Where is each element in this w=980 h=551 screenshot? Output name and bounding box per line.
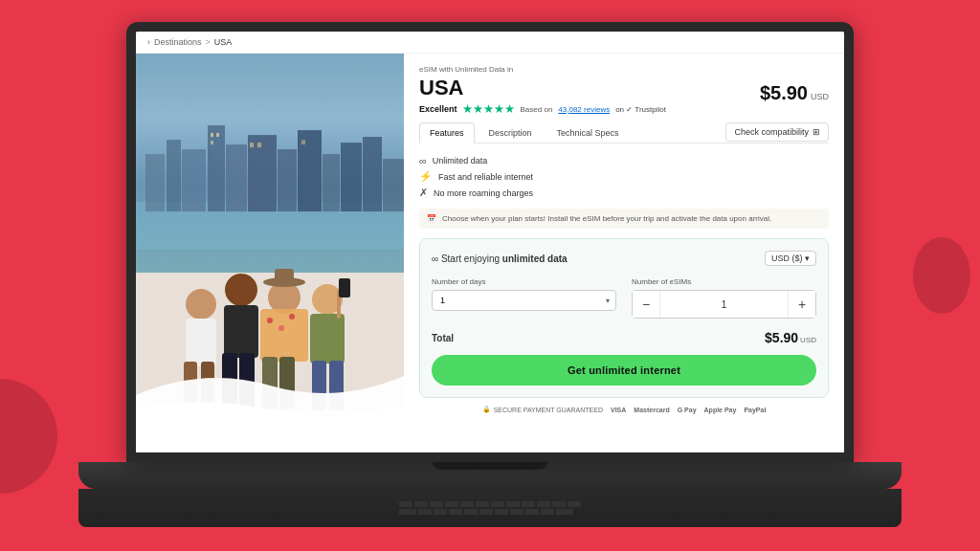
feature-icon-0: ∞ bbox=[419, 155, 427, 166]
pricing-title-prefix: Start enjoying bbox=[441, 253, 502, 264]
breadcrumb-sep: > bbox=[206, 37, 211, 47]
total-amount: $5.90 bbox=[765, 330, 798, 345]
payment-visa: VISA bbox=[611, 407, 626, 413]
reviews-text: Based on bbox=[521, 105, 553, 114]
esims-label: Number of eSIMs bbox=[632, 277, 816, 286]
days-input[interactable]: 1 3 7 14 30 ▾ bbox=[432, 290, 616, 311]
laptop-screen: › Destinations > USA bbox=[126, 22, 854, 462]
svg-rect-30 bbox=[275, 269, 294, 284]
key bbox=[491, 501, 504, 507]
key bbox=[399, 509, 416, 515]
key bbox=[568, 501, 581, 507]
bg-decoration-right bbox=[913, 237, 970, 314]
key bbox=[449, 509, 462, 515]
key bbox=[464, 509, 478, 515]
feature-text-1: Fast and reliable internet bbox=[438, 172, 533, 182]
image-section bbox=[136, 54, 404, 452]
svg-point-20 bbox=[186, 289, 216, 320]
esims-increment-button[interactable]: + bbox=[789, 291, 815, 318]
key bbox=[541, 509, 554, 515]
key bbox=[476, 501, 489, 507]
rating-row: Excellent Based on 43,082 reviews on ✓ T… bbox=[419, 104, 829, 114]
info-text: Choose when your plan starts! Install th… bbox=[442, 214, 771, 223]
svg-point-34 bbox=[289, 314, 295, 320]
right-content: eSIM with Unlimited Data in USA Excellen… bbox=[404, 54, 844, 452]
check-compat-label: Check compatibility bbox=[734, 127, 809, 137]
key bbox=[510, 509, 523, 515]
key bbox=[495, 509, 508, 515]
keyboard-rows bbox=[399, 501, 581, 515]
pricing-card: ∞ Start enjoying unlimited data USD ($) … bbox=[419, 238, 829, 398]
pricing-controls: Number of days 1 3 7 14 30 bbox=[432, 277, 816, 319]
total-price: $5.90 USD bbox=[765, 330, 816, 345]
svg-point-32 bbox=[267, 318, 273, 323]
key bbox=[399, 501, 412, 507]
lock-icon: 🔒 bbox=[482, 406, 491, 413]
screen-content: › Destinations > USA bbox=[136, 32, 844, 452]
breadcrumb-current: USA bbox=[214, 37, 233, 47]
keyboard-area bbox=[78, 489, 902, 527]
keyboard-row-2 bbox=[399, 509, 581, 515]
key bbox=[552, 501, 566, 507]
price-value: $5.90 bbox=[760, 82, 808, 104]
esims-decrement-button[interactable]: − bbox=[633, 291, 659, 318]
laptop-wrapper: › Destinations > USA bbox=[78, 22, 902, 529]
feature-icon-2: ✗ bbox=[419, 187, 428, 199]
breadcrumb-destinations[interactable]: Destinations bbox=[154, 37, 202, 47]
svg-rect-31 bbox=[260, 309, 308, 362]
star-4 bbox=[495, 104, 504, 114]
svg-rect-38 bbox=[310, 314, 345, 364]
feature-item-0: ∞ Unlimited data bbox=[419, 153, 829, 168]
esim-label: eSIM with Unlimited Data in bbox=[419, 65, 829, 74]
svg-point-33 bbox=[278, 325, 284, 331]
buy-button[interactable]: Get unlimited internet bbox=[432, 355, 816, 386]
features-list: ∞ Unlimited data ⚡ Fast and reliable int… bbox=[419, 153, 829, 201]
bg-decoration-left bbox=[0, 379, 57, 494]
key bbox=[506, 501, 520, 507]
star-3 bbox=[484, 104, 494, 114]
feature-text-2: No more roaming charges bbox=[434, 188, 533, 198]
feature-item-2: ✗ No more roaming charges bbox=[419, 185, 829, 201]
check-compatibility-button[interactable]: Check compatibility ⊞ bbox=[725, 122, 829, 142]
days-label: Number of days bbox=[432, 277, 616, 286]
key bbox=[479, 509, 493, 515]
key bbox=[414, 501, 428, 507]
tab-features[interactable]: Features bbox=[419, 122, 475, 143]
star-2 bbox=[474, 104, 483, 114]
main-layout: eSIM with Unlimited Data in USA Excellen… bbox=[136, 54, 844, 452]
tabs-row: Features Description Technical Specs Che… bbox=[419, 121, 829, 143]
days-dropdown-arrow: ▾ bbox=[600, 292, 615, 310]
days-control-group: Number of days 1 3 7 14 30 bbox=[432, 277, 616, 319]
key bbox=[525, 509, 539, 515]
key bbox=[445, 501, 458, 507]
currency-selector[interactable]: USD ($) ▾ bbox=[765, 251, 816, 266]
pricing-title-highlight: unlimited data bbox=[502, 253, 568, 264]
payment-paypal: PayPal bbox=[744, 407, 766, 413]
tab-technical[interactable]: Technical Specs bbox=[546, 122, 630, 143]
info-banner: 📅 Choose when your plan starts! Install … bbox=[419, 209, 829, 229]
svg-rect-21 bbox=[186, 319, 216, 366]
stars bbox=[463, 104, 515, 114]
days-select[interactable]: 1 3 7 14 30 bbox=[433, 291, 600, 310]
price-currency: USD bbox=[811, 92, 829, 101]
total-currency: USD bbox=[800, 336, 816, 344]
key bbox=[460, 501, 474, 507]
esims-stepper: − 1 + bbox=[632, 290, 816, 319]
key bbox=[556, 509, 573, 515]
reviews-link[interactable]: 43,082 reviews bbox=[558, 105, 610, 114]
payment-gpay: G Pay bbox=[678, 407, 697, 413]
tab-description[interactable]: Description bbox=[479, 122, 543, 143]
price-row: $5.90 USD bbox=[760, 82, 829, 104]
svg-point-24 bbox=[225, 274, 257, 306]
star-1 bbox=[463, 104, 473, 114]
svg-rect-25 bbox=[224, 305, 258, 358]
total-label: Total bbox=[432, 333, 454, 343]
feature-text-0: Unlimited data bbox=[433, 156, 488, 165]
pricing-title: ∞ Start enjoying unlimited data bbox=[432, 253, 568, 264]
total-row: Total $5.90 USD bbox=[432, 330, 816, 345]
esims-value: 1 bbox=[659, 291, 789, 318]
secure-badge: 🔒 SECURE PAYMENT GUARANTEED bbox=[482, 406, 603, 413]
pricing-header: ∞ Start enjoying unlimited data USD ($) … bbox=[432, 251, 816, 266]
key bbox=[537, 501, 550, 507]
star-5 bbox=[505, 104, 515, 114]
